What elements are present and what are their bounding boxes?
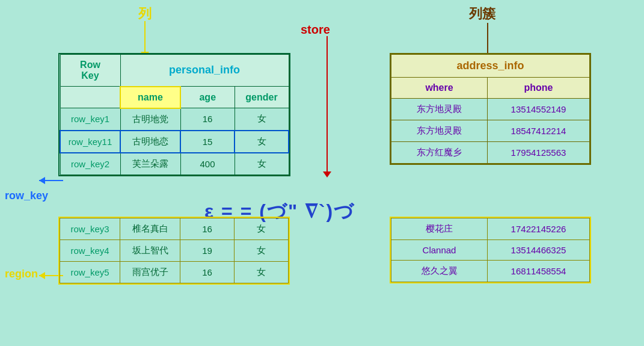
lie-arrow-line [144,21,146,54]
age-cell: 15 [180,131,235,153]
lie-label: 列 [138,5,152,23]
region-rowkey-cell: row_key5 [60,262,120,283]
liejian-label: 列簇 [469,5,495,23]
region-row: row_key5 雨宫优子 16 女 [60,262,289,283]
region-addr-table-wrapper: 樱花庄 17422145226 Clannad 13514466325 悠久之翼… [390,217,591,283]
region-row: row_key3 椎名真白 16 女 [60,218,289,240]
name-cell: 古明地觉 [120,108,180,131]
phone-cell: 13514552149 [488,99,590,120]
address-table-wrapper: address_info where phone 东方地灵殿 135145521… [390,53,591,165]
rowkey-cell: row_key11 [60,131,120,153]
svg-marker-1 [39,177,45,184]
personal-info-header: personal_info [120,55,289,87]
liejian-arrow-line [487,23,488,56]
region-gender-cell: 女 [235,262,289,283]
region-phone-cell: 17422145226 [488,218,590,240]
region-table: row_key3 椎名真白 16 女 row_key4 坂上智代 19 女 ro… [60,218,289,283]
col-phone-header: phone [488,78,590,99]
address-info-header: address_info [391,55,590,78]
where-cell: 东方红魔乡 [391,142,488,164]
col-gender-header: gender [235,87,289,108]
gender-cell: 女 [235,108,289,131]
region-addr-row: 悠久之翼 16811458554 [391,261,590,282]
where-cell: 东方地灵殿 [391,120,488,142]
personal-table-wrapper: Row Key personal_info name age gender ro… [58,53,290,176]
gender-cell: 女 [235,153,289,175]
table-row: row_key2 芙兰朵露 400 女 [60,153,289,175]
store-arrow-head [323,171,331,178]
region-addr-row: 樱花庄 17422145226 [391,218,590,240]
gender-cell: 女 [235,131,289,153]
region-where-cell: Clannad [391,240,488,261]
phone-cell: 18547412214 [488,120,590,142]
region-phone-cell: 13514466325 [488,240,590,261]
address-row: 东方地灵殿 13514552149 [391,99,590,120]
address-row: 东方地灵殿 18547412214 [391,120,590,142]
region-name-cell: 坂上智代 [120,240,180,262]
region-age-cell: 16 [180,218,235,240]
region-where-cell: 樱花庄 [391,218,488,240]
region-addr-table: 樱花庄 17422145226 Clannad 13514466325 悠久之翼… [391,218,590,282]
col-rowkey-sub [60,87,120,108]
region-name-cell: 椎名真白 [120,218,180,240]
phone-cell: 17954125563 [488,142,590,164]
col-name-header: name [120,87,180,108]
region-gender-cell: 女 [235,218,289,240]
address-table: address_info where phone 东方地灵殿 135145521… [391,54,590,164]
age-cell: 400 [180,153,235,175]
svg-marker-3 [39,272,45,279]
region-rowkey-cell: row_key4 [60,240,120,262]
region-row: row_key4 坂上智代 19 女 [60,240,289,262]
col-age-header: age [180,87,235,108]
table-row: row_key1 古明地觉 16 女 [60,108,289,131]
region-where-cell: 悠久之翼 [391,261,488,282]
region-table-wrapper: row_key3 椎名真白 16 女 row_key4 坂上智代 19 女 ro… [58,217,290,285]
where-cell: 东方地灵殿 [391,99,488,120]
col-where-header: where [391,78,488,99]
region-age-cell: 16 [180,262,235,283]
age-cell: 16 [180,108,235,131]
name-cell: 古明地恋 [120,131,180,153]
address-row: 东方红魔乡 17954125563 [391,142,590,164]
region-gender-cell: 女 [235,240,289,262]
store-arrow-line [327,36,328,173]
region-age-cell: 19 [180,240,235,262]
region-phone-cell: 16811458554 [488,261,590,282]
rowkey-cell: row_key2 [60,153,120,175]
col-rowkey-header: Row Key [60,55,120,87]
name-cell: 芙兰朵露 [120,153,180,175]
rowkey-cell: row_key1 [60,108,120,131]
region-addr-row: Clannad 13514466325 [391,240,590,261]
store-label: store [301,23,330,37]
main-container: 列 store 列簇 row_key region Row Key person… [0,0,644,346]
personal-table: Row Key personal_info name age gender ro… [60,54,289,175]
table-row-highlighted: row_key11 古明地恋 15 女 [60,131,289,153]
region-name-cell: 雨宫优子 [120,262,180,283]
region-rowkey-cell: row_key3 [60,218,120,240]
